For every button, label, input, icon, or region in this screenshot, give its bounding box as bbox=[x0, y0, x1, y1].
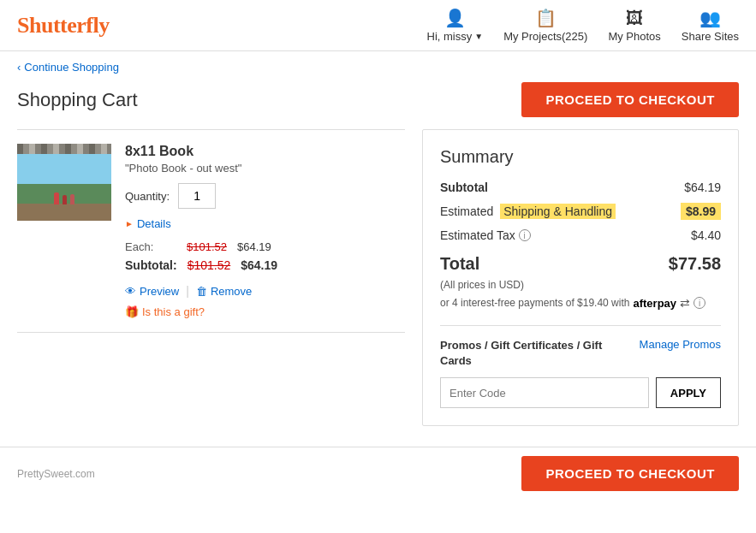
eye-icon: 👁 bbox=[125, 285, 136, 298]
header: Shutterfly 👤 Hi, missy ▼ 📋 My Projects(2… bbox=[0, 0, 756, 51]
promo-title: Promos / Gift Certificates / Gift Cards bbox=[440, 338, 633, 369]
shipping-label: Estimated Shipping & Handling bbox=[440, 204, 616, 218]
arrow-icon: ► bbox=[125, 219, 134, 228]
attribution: PrettySweet.com bbox=[17, 468, 95, 480]
subtotal-summary-value: $64.19 bbox=[684, 181, 721, 194]
details-toggle[interactable]: ► Details bbox=[125, 217, 405, 230]
manage-promos-link[interactable]: Manage Promos bbox=[640, 338, 721, 351]
photos-icon: 🖼 bbox=[626, 9, 643, 28]
quantity-label: Quantity: bbox=[125, 190, 170, 203]
actions-row: 👁 Preview | 🗑 Remove bbox=[125, 284, 405, 298]
afterpay-symbol-icon: ⇄ bbox=[680, 296, 690, 310]
nav: 👤 Hi, missy ▼ 📋 My Projects(225) 🖼 My Ph… bbox=[427, 8, 740, 43]
trash-icon: 🗑 bbox=[196, 285, 207, 298]
summary-shipping-row: Estimated Shipping & Handling $8.99 bbox=[440, 203, 721, 220]
title-bar: Shopping Cart PROCEED TO CHECKOUT bbox=[0, 77, 756, 129]
total-value: $77.58 bbox=[669, 254, 721, 274]
shipping-value-highlight: $8.99 bbox=[681, 203, 721, 220]
subtotal-row: Subtotal: $101.52 $64.19 bbox=[125, 258, 405, 272]
product-image bbox=[17, 144, 111, 221]
preview-link[interactable]: 👁 Preview bbox=[125, 285, 179, 298]
proceed-checkout-bottom-button[interactable]: PROCEED TO CHECKOUT bbox=[521, 456, 739, 491]
chevron-down-icon: ▼ bbox=[474, 32, 483, 41]
nav-share-sites[interactable]: 👥 Share Sites bbox=[682, 8, 739, 43]
continue-shopping-link[interactable]: ‹ Continue Shopping bbox=[17, 61, 119, 74]
usd-note: (All prices in USD) bbox=[440, 279, 721, 291]
each-label: Each: bbox=[125, 240, 176, 253]
summary-subtotal-row: Subtotal $64.19 bbox=[440, 181, 721, 194]
main-content: 8x11 Book "Photo Book - out west" Quanti… bbox=[0, 129, 756, 443]
nav-photos[interactable]: 🖼 My Photos bbox=[608, 9, 660, 43]
total-label: Total bbox=[440, 254, 479, 274]
user-greeting-label: Hi, missy ▼ bbox=[427, 30, 484, 43]
share-icon: 👥 bbox=[699, 8, 721, 28]
subtotal-summary-label: Subtotal bbox=[440, 181, 488, 194]
back-arrow-icon: ‹ bbox=[17, 61, 21, 74]
summary-title: Summary bbox=[440, 147, 721, 167]
gift-icon: 🎁 bbox=[125, 305, 139, 318]
remove-link[interactable]: 🗑 Remove bbox=[196, 285, 252, 298]
tax-label: Estimated Tax i bbox=[440, 228, 531, 242]
each-price-current: $64.19 bbox=[237, 240, 271, 253]
item-details: 8x11 Book "Photo Book - out west" Quanti… bbox=[125, 144, 405, 318]
proceed-checkout-top-button[interactable]: PROCEED TO CHECKOUT bbox=[521, 82, 739, 117]
quantity-input[interactable] bbox=[178, 183, 216, 209]
apply-button[interactable]: APPLY bbox=[656, 377, 721, 408]
afterpay-row: or 4 interest-free payments of $19.40 wi… bbox=[440, 296, 721, 310]
nav-user[interactable]: 👤 Hi, missy ▼ bbox=[427, 8, 484, 43]
cart-item: 8x11 Book "Photo Book - out west" Quanti… bbox=[17, 129, 405, 333]
tax-value: $4.40 bbox=[691, 228, 721, 242]
promo-input-row: APPLY bbox=[440, 377, 721, 408]
afterpay-logo: afterpay bbox=[633, 297, 676, 310]
total-row: Total $77.58 bbox=[440, 254, 721, 274]
top-bar: ‹ Continue Shopping bbox=[0, 51, 756, 77]
each-price-original: $101.52 bbox=[187, 240, 227, 253]
user-icon: 👤 bbox=[444, 8, 466, 28]
nav-projects[interactable]: 📋 My Projects(225) bbox=[503, 8, 587, 43]
logo[interactable]: Shutterfly bbox=[17, 13, 110, 38]
item-subtitle: "Photo Book - out west" bbox=[125, 162, 405, 175]
info-icon[interactable]: i bbox=[519, 229, 531, 241]
page-title: Shopping Cart bbox=[17, 89, 138, 111]
gift-row: 🎁 Is this a gift? bbox=[125, 305, 405, 318]
subtotal-price-original: $101.52 bbox=[188, 258, 231, 272]
promo-header: Promos / Gift Certificates / Gift Cards … bbox=[440, 338, 721, 369]
cart-items: 8x11 Book "Photo Book - out west" Quanti… bbox=[17, 129, 405, 333]
footer: PrettySweet.com PROCEED TO CHECKOUT bbox=[0, 447, 756, 500]
item-name: 8x11 Book bbox=[125, 144, 405, 159]
promo-section: Promos / Gift Certificates / Gift Cards … bbox=[440, 325, 721, 408]
separator: | bbox=[186, 284, 189, 298]
promo-code-input[interactable] bbox=[440, 377, 649, 408]
subtotal-label: Subtotal: bbox=[125, 258, 177, 272]
subtotal-price-current: $64.19 bbox=[241, 258, 277, 272]
quantity-row: Quantity: bbox=[125, 183, 405, 209]
summary-panel: Summary Subtotal $64.19 Estimated Shippi… bbox=[422, 129, 739, 426]
afterpay-info-icon[interactable]: i bbox=[693, 297, 705, 309]
projects-icon: 📋 bbox=[535, 8, 557, 28]
each-row: Each: $101.52 $64.19 bbox=[125, 240, 405, 253]
gift-link[interactable]: 🎁 Is this a gift? bbox=[125, 305, 205, 318]
summary-tax-row: Estimated Tax i $4.40 bbox=[440, 228, 721, 242]
shipping-highlight: Shipping & Handling bbox=[500, 204, 616, 219]
